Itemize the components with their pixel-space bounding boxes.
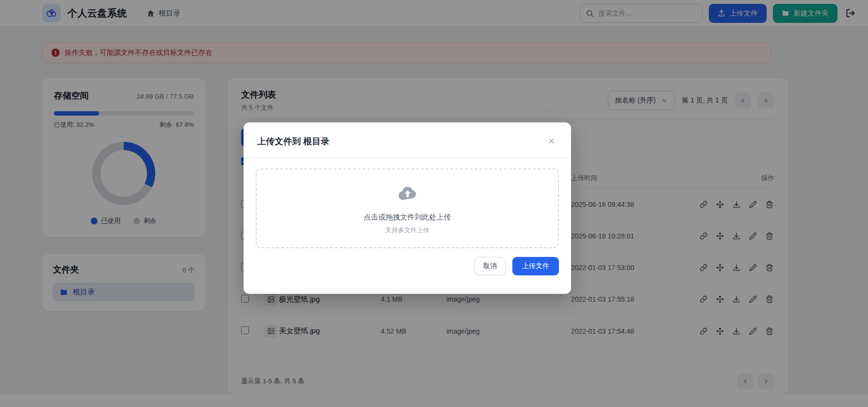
upload-modal: 上传文件到 根目录 × 点击或拖拽文件到此处上传 支持多文件上传 取消 上传文件 bbox=[244, 122, 571, 294]
confirm-upload-button[interactable]: 上传文件 bbox=[512, 257, 559, 275]
dropzone-text: 点击或拖拽文件到此处上传 bbox=[364, 213, 451, 222]
dropzone-hint: 支持多文件上传 bbox=[385, 226, 429, 235]
close-icon[interactable]: × bbox=[545, 135, 557, 148]
cloud-upload-icon bbox=[396, 183, 419, 205]
modal-title: 上传文件到 根目录 bbox=[257, 136, 329, 147]
cancel-button[interactable]: 取消 bbox=[475, 257, 506, 275]
upload-dropzone[interactable]: 点击或拖拽文件到此处上传 支持多文件上传 bbox=[256, 169, 559, 248]
